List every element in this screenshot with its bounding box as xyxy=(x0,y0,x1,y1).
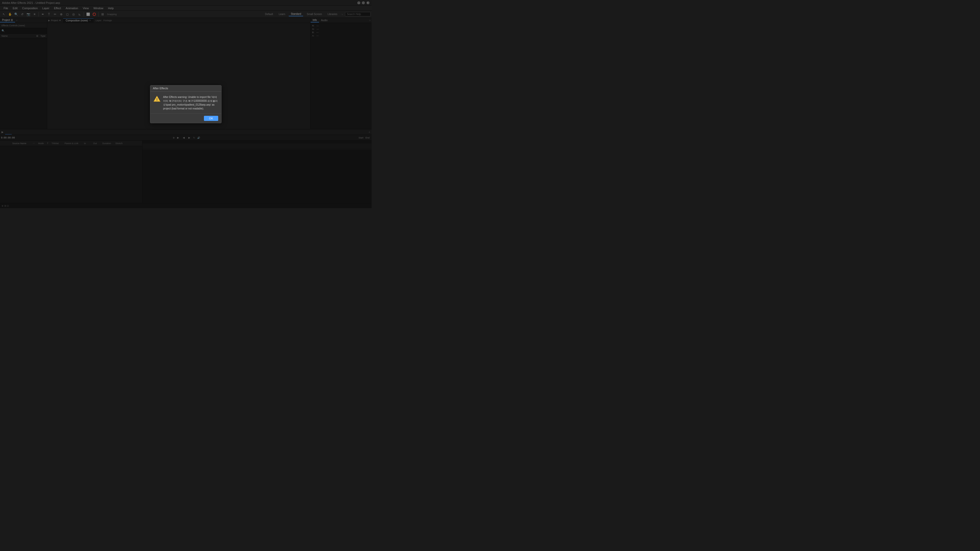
dialog-message: After Effects warning: Unable to import … xyxy=(163,95,218,110)
dialog-overlay: After Effects ! After Effects warning: U… xyxy=(0,0,372,208)
dialog-footer: OK xyxy=(150,114,221,123)
svg-text:!: ! xyxy=(156,97,158,102)
after-effects-dialog: After Effects ! After Effects warning: U… xyxy=(150,85,221,123)
dialog-body: ! After Effects warning: Unable to impor… xyxy=(150,92,221,114)
warning-icon: ! xyxy=(153,95,161,102)
dialog-title: After Effects xyxy=(153,87,168,90)
dialog-title-bar: After Effects xyxy=(150,86,221,92)
dialog-ok-button[interactable]: OK xyxy=(204,116,218,121)
